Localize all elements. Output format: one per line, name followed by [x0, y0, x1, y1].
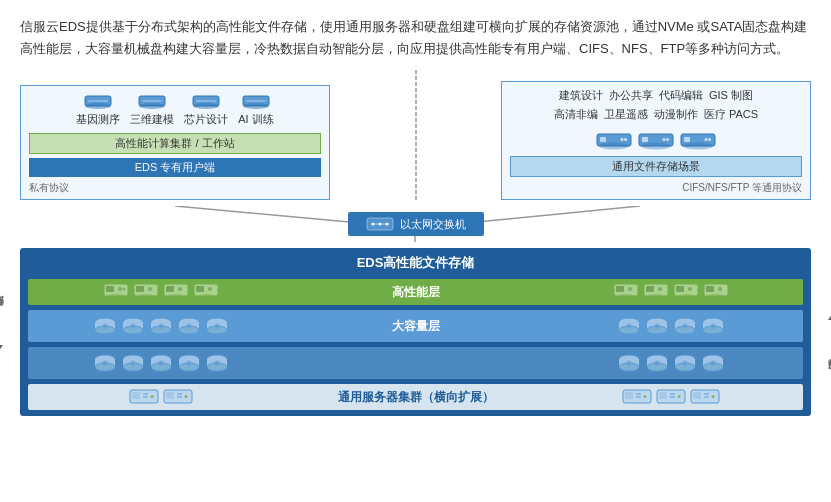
- disk-icon-3d: [137, 92, 167, 110]
- svg-point-63: [688, 287, 692, 291]
- switch-label: 以太网交换机: [400, 217, 466, 232]
- svg-point-160: [677, 395, 680, 398]
- hdd-icon-18: [701, 353, 725, 373]
- app-satellite: 卫星遥感: [604, 107, 648, 122]
- app-3d: 三维建模: [130, 92, 174, 127]
- cluster-label: 高性能计算集群 / 工作站: [29, 133, 321, 154]
- svg-rect-42: [136, 286, 144, 292]
- app-video: 高清非编: [554, 107, 598, 122]
- svg-point-1: [85, 103, 111, 109]
- svg-point-27: [708, 138, 711, 141]
- storage-label: 通用文件存储场景: [510, 156, 802, 177]
- protocol-left: 私有协议: [29, 181, 69, 195]
- svg-rect-147: [166, 392, 174, 399]
- server-rack-4: [656, 388, 686, 406]
- svg-rect-162: [693, 392, 701, 399]
- app-medical: 医疗 PACS: [704, 107, 758, 122]
- svg-point-51: [208, 287, 212, 291]
- left-app-row: 基因测序 三维建模: [76, 92, 273, 127]
- ssd-icon-3: [163, 283, 189, 301]
- svg-point-92: [626, 324, 631, 329]
- svg-rect-20: [642, 137, 648, 142]
- svg-rect-58: [646, 286, 654, 292]
- svg-point-67: [718, 287, 722, 291]
- svg-point-108: [102, 361, 107, 366]
- disk-icon-ai: [241, 92, 271, 110]
- svg-point-48: [166, 294, 186, 300]
- svg-point-44: [136, 294, 156, 300]
- svg-rect-25: [684, 137, 690, 142]
- left-box: 基因测序 三维建模: [20, 85, 330, 200]
- hdd-icon-13: [177, 353, 201, 373]
- svg-point-60: [646, 294, 666, 300]
- svg-rect-50: [196, 286, 204, 292]
- svg-rect-54: [616, 286, 624, 292]
- svg-point-26: [705, 138, 708, 141]
- svg-rect-66: [706, 286, 714, 292]
- hdd-icon-8: [673, 316, 697, 336]
- svg-point-7: [193, 103, 219, 109]
- cap-disks-right: [546, 316, 795, 336]
- ssd-icon-4: [193, 283, 219, 301]
- svg-rect-144: [143, 396, 148, 398]
- app-chip-label: 芯片设计: [184, 112, 228, 127]
- svg-point-80: [158, 324, 163, 329]
- cap2-disks-right: [546, 353, 795, 373]
- hdd-icon-9: [701, 316, 725, 336]
- hdd-icon-10: [93, 353, 117, 373]
- app-gene: 基因测序: [76, 92, 120, 127]
- svg-point-150: [184, 395, 187, 398]
- svg-rect-143: [143, 393, 148, 395]
- capacity-layer: 大容量层: [28, 310, 803, 342]
- hdd-icon-6: [617, 316, 641, 336]
- svg-point-39: [122, 288, 124, 290]
- svg-point-132: [654, 361, 659, 366]
- hdd-icon-12: [149, 353, 173, 373]
- svg-rect-163: [704, 393, 709, 395]
- cap-disks-left: [36, 316, 285, 336]
- protocol-right: CIFS/NFS/FTP 等通用协议: [682, 181, 802, 195]
- app-anime-label: 动漫制作: [654, 107, 698, 122]
- svg-point-64: [676, 294, 696, 300]
- svg-rect-46: [166, 286, 174, 292]
- svg-point-43: [148, 287, 152, 291]
- svg-point-84: [186, 324, 191, 329]
- cap2-disks-left: [36, 353, 285, 373]
- app-office-label: 办公共享: [609, 88, 653, 103]
- switch-area: 以太网交换机: [20, 206, 811, 242]
- svg-point-155: [643, 395, 646, 398]
- app-gis-label: GIS 制图: [709, 88, 753, 103]
- svg-point-140: [710, 361, 715, 366]
- server-rack-1: [129, 388, 159, 406]
- app-ai-label: AI 训练: [238, 112, 273, 127]
- svg-point-21: [663, 138, 666, 141]
- hdd-icon-5: [205, 316, 229, 336]
- intro-text: 信服云EDS提供基于分布式架构的高性能文件存储，使用通用服务器和硬盘组建可横向扩…: [20, 16, 811, 60]
- ssd-icon-5: [613, 283, 639, 301]
- performance-layer-label: 高性能层: [291, 284, 540, 301]
- perf-disks-left: [36, 283, 285, 301]
- diagram-area: 基因测序 三维建模: [20, 70, 811, 492]
- svg-point-33: [371, 223, 374, 226]
- capacity-layer-2: [28, 347, 803, 379]
- svg-point-165: [711, 395, 714, 398]
- svg-point-116: [158, 361, 163, 366]
- right-box: 建筑设计 办公共享 代码编辑 GIS 制图 高清非编: [501, 81, 811, 200]
- server-rack-3: [622, 388, 652, 406]
- svg-rect-159: [670, 396, 675, 398]
- app-anime: 动漫制作: [654, 107, 698, 122]
- side-label-left-container: 冷热自动分层: [0, 248, 6, 416]
- app-code-label: 代码编辑: [659, 88, 703, 103]
- svg-point-47: [178, 287, 182, 291]
- page-container: 信服云EDS提供基于分布式架构的高性能文件存储，使用通用服务器和硬盘组建可横向扩…: [0, 0, 831, 502]
- server-icon-1: [596, 130, 632, 150]
- app-arch-label: 建筑设计: [559, 88, 603, 103]
- right-app-row: 建筑设计 办公共享 代码编辑 GIS 制图: [559, 88, 753, 103]
- perf-disks-right: [546, 283, 795, 301]
- hdd-icon-1: [93, 316, 117, 336]
- hdd-icon-7: [645, 316, 669, 336]
- server-layer: 通用服务器集群（横向扩展）: [28, 384, 803, 410]
- svg-point-68: [706, 294, 726, 300]
- eds-storage-title: EDS高性能文件存储: [28, 252, 803, 274]
- server-disks-left: [36, 388, 285, 406]
